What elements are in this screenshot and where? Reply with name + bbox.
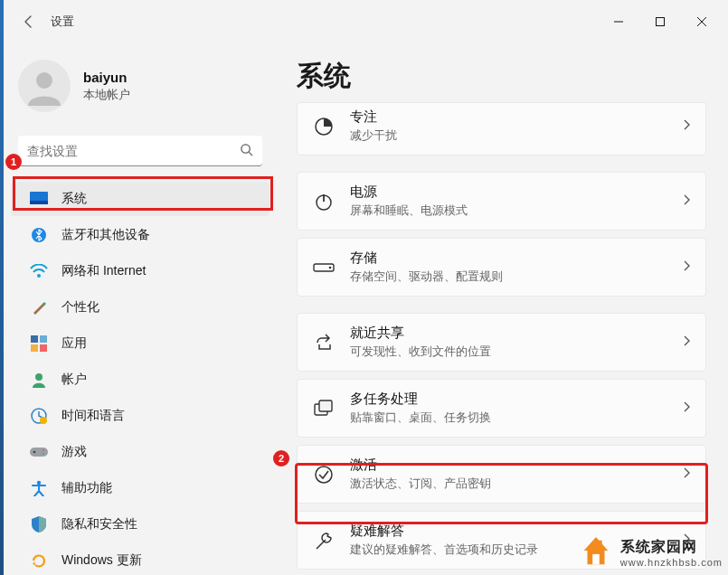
close-icon (697, 17, 706, 26)
display-icon (29, 189, 49, 209)
svg-rect-27 (592, 554, 600, 564)
shield-icon (29, 514, 49, 534)
sidebar-item-label: 系统 (61, 191, 87, 207)
sidebar: baiyun 本地帐户 系统 蓝牙和其他设备 (0, 43, 280, 575)
close-button[interactable] (681, 7, 723, 36)
sidebar-item-system[interactable]: 系统 (11, 182, 269, 216)
gamepad-icon (29, 442, 49, 462)
card-storage[interactable]: 存储 存储空间、驱动器、配置规则 (297, 238, 706, 297)
svg-point-16 (43, 449, 44, 451)
svg-point-25 (316, 467, 332, 483)
sidebar-item-privacy[interactable]: 隐私和安全性 (11, 507, 269, 542)
card-nearby-share[interactable]: 就近共享 可发现性、收到文件的位置 (297, 313, 706, 372)
card-subtitle: 激活状态、订阅、产品密钥 (350, 476, 675, 492)
card-multitasking[interactable]: 多任务处理 贴靠窗口、桌面、任务切换 (297, 379, 706, 438)
update-icon (29, 551, 49, 570)
share-icon (310, 329, 337, 356)
svg-point-17 (43, 453, 44, 455)
svg-rect-0 (657, 18, 665, 26)
svg-point-6 (37, 274, 41, 278)
window-controls (598, 7, 723, 36)
sidebar-item-label: 隐私和安全性 (61, 516, 137, 533)
sidebar-item-label: 网络和 Internet (61, 263, 146, 279)
svg-rect-8 (40, 335, 47, 343)
back-button[interactable] (11, 4, 47, 40)
power-icon (310, 188, 337, 215)
sidebar-item-label: 蓝牙和其他设备 (61, 227, 150, 243)
wrench-icon (310, 527, 337, 554)
watermark-url: www.hnzkhbsb.com (620, 557, 723, 568)
svg-rect-9 (31, 344, 38, 352)
sidebar-item-network[interactable]: 网络和 Internet (11, 254, 269, 288)
svg-point-22 (329, 266, 332, 269)
card-focus[interactable]: 专注 减少干扰 (297, 102, 706, 156)
svg-rect-24 (319, 401, 332, 411)
card-power[interactable]: 电源 屏幕和睡眠、电源模式 (297, 172, 706, 231)
annotation-badge-2: 2 (273, 450, 289, 467)
card-subtitle: 屏幕和睡眠、电源模式 (350, 203, 675, 219)
paintbrush-icon (29, 297, 49, 317)
accessibility-icon (29, 478, 49, 498)
titlebar: 设置 (0, 0, 728, 43)
svg-point-2 (241, 145, 250, 153)
sidebar-item-personalization[interactable]: 个性化 (11, 290, 269, 325)
chevron-right-icon (682, 193, 691, 209)
wifi-icon (29, 261, 49, 281)
svg-point-11 (35, 373, 43, 381)
window-title: 设置 (51, 14, 74, 30)
settings-card-list: 专注 减少干扰 电源 屏幕和睡眠、电源模式 (297, 102, 706, 575)
card-title: 存储 (350, 250, 675, 267)
sidebar-item-apps[interactable]: 应用 (11, 326, 269, 361)
svg-rect-14 (30, 448, 48, 457)
storage-icon (310, 254, 337, 281)
maximize-button[interactable] (639, 7, 681, 36)
sidebar-item-label: 时间和语言 (61, 408, 125, 424)
card-activation[interactable]: 激活 激活状态、订阅、产品密钥 (297, 445, 706, 504)
apps-icon (29, 334, 49, 353)
svg-point-15 (33, 451, 36, 454)
sidebar-item-windows-update[interactable]: Windows 更新 (11, 543, 269, 575)
main-pane: 系统 专注 减少干扰 电源 (280, 43, 728, 575)
search-wrap (18, 136, 262, 166)
check-circle-icon (310, 461, 337, 488)
profile-subtitle: 本地帐户 (83, 87, 130, 103)
svg-rect-7 (31, 335, 38, 343)
focus-icon (310, 113, 337, 140)
nav-list: 系统 蓝牙和其他设备 网络和 Internet 个性化 (0, 181, 280, 575)
card-title: 专注 (350, 108, 675, 126)
person-icon (23, 64, 66, 108)
sidebar-item-gaming[interactable]: 游戏 (11, 435, 269, 469)
sidebar-item-label: Windows 更新 (61, 552, 142, 569)
user-icon (29, 370, 49, 390)
minimize-button[interactable] (598, 7, 639, 36)
card-subtitle: 贴靠窗口、桌面、任务切换 (350, 410, 675, 426)
chevron-right-icon (682, 259, 691, 275)
sidebar-item-label: 应用 (61, 335, 87, 352)
annotation-badge-1: 1 (5, 154, 22, 170)
svg-rect-4 (30, 201, 48, 204)
svg-point-13 (40, 417, 47, 424)
card-title: 激活 (350, 457, 675, 474)
search-input[interactable] (18, 136, 262, 166)
page-title: 系统 (297, 58, 706, 95)
card-subtitle: 存储空间、驱动器、配置规则 (350, 269, 675, 285)
sidebar-item-label: 帐户 (61, 372, 87, 388)
sidebar-item-bluetooth[interactable]: 蓝牙和其他设备 (11, 218, 269, 252)
sidebar-item-time-language[interactable]: 时间和语言 (11, 399, 269, 433)
sidebar-item-accounts[interactable]: 帐户 (11, 363, 269, 397)
watermark-title: 系统家园网 (620, 538, 723, 557)
svg-rect-10 (40, 344, 47, 352)
card-title: 就近共享 (350, 325, 675, 342)
watermark-logo-icon (579, 535, 613, 570)
profile-name: baiyun (83, 70, 130, 85)
multitask-icon (310, 395, 337, 422)
clock-globe-icon (29, 406, 49, 426)
profile-block[interactable]: baiyun 本地帐户 (0, 52, 280, 128)
bluetooth-icon (29, 225, 49, 245)
sidebar-item-accessibility[interactable]: 辅助功能 (11, 471, 269, 505)
avatar (18, 60, 71, 112)
arrow-left-icon (22, 14, 36, 29)
minimize-icon (614, 17, 623, 26)
svg-point-1 (36, 72, 52, 89)
sidebar-item-label: 辅助功能 (61, 480, 112, 496)
